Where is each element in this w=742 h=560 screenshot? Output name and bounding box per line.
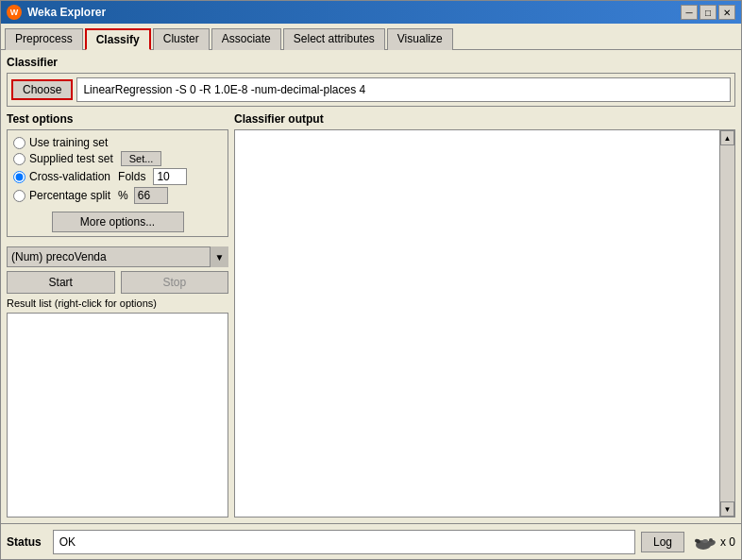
radio-cross-validation-input[interactable] [13, 171, 25, 183]
scrollbar-up-button[interactable]: ▲ [720, 130, 734, 145]
radio-use-training-set: Use training set [13, 136, 222, 149]
folds-label: Folds [118, 170, 145, 183]
radio-cross-validation: Cross-validation Folds [13, 168, 222, 185]
classifier-output-label: Classifier output [234, 112, 735, 126]
radio-supplied-test-set-label: Supplied test set [29, 152, 113, 165]
scrollbar-track: ▲ ▼ [719, 130, 734, 517]
tab-associate[interactable]: Associate [211, 28, 281, 50]
classifier-section: Classifier Choose LinearRegression -S 0 … [7, 56, 735, 107]
target-attribute-select[interactable]: (Num) precoVenda [7, 246, 228, 267]
radio-percentage-split-label: Percentage split [29, 189, 110, 202]
target-attribute-row: (Num) precoVenda ▼ [7, 246, 228, 267]
target-attribute-dropdown-wrapper: (Num) precoVenda ▼ [7, 246, 228, 267]
classifier-output-wrapper: ▲ ▼ [234, 129, 735, 518]
start-stop-row: Start Stop [7, 271, 228, 294]
right-panel: Classifier output ▲ ▼ [234, 112, 735, 518]
tab-cluster[interactable]: Cluster [153, 28, 210, 50]
main-content: Classifier Choose LinearRegression -S 0 … [1, 50, 741, 523]
radio-cross-validation-label: Cross-validation [29, 170, 110, 183]
tab-preprocess[interactable]: Preprocess [5, 28, 83, 50]
window-title: Weka Explorer [27, 6, 106, 19]
start-button[interactable]: Start [7, 271, 115, 294]
bird-area: x 0 [690, 532, 735, 552]
left-panel: Test options Use training set Supplied t… [7, 112, 228, 518]
tabbar: Preprocess Classify Cluster Associate Se… [1, 24, 741, 50]
radio-supplied-test-set: Supplied test set Set... [13, 151, 222, 166]
tab-select-attributes[interactable]: Select attributes [283, 28, 385, 50]
more-options-button[interactable]: More options... [52, 212, 184, 232]
radio-use-training-set-label: Use training set [29, 136, 108, 149]
test-options-box: Use training set Supplied test set Set..… [7, 129, 228, 237]
tab-classify[interactable]: Classify [85, 28, 151, 50]
classifier-output-box[interactable] [235, 130, 734, 517]
classifier-section-title: Classifier [7, 56, 735, 69]
main-window: W Weka Explorer ─ □ ✕ Preprocess Classif… [0, 0, 742, 560]
scrollbar-thumb-area [720, 145, 734, 501]
bird-icon [690, 532, 717, 552]
minimize-button[interactable]: ─ [681, 5, 698, 20]
close-button[interactable]: ✕ [718, 5, 735, 20]
app-icon: W [7, 5, 22, 20]
percent-symbol: % [118, 189, 128, 202]
main-area: Test options Use training set Supplied t… [7, 112, 735, 518]
classifier-box: Choose LinearRegression -S 0 -R 1.0E-8 -… [7, 73, 735, 107]
choose-button[interactable]: Choose [11, 79, 73, 100]
status-label: Status [7, 535, 42, 549]
result-list-box[interactable] [7, 313, 228, 518]
result-list-section: Result list (right-click for options) [7, 297, 228, 518]
set-button[interactable]: Set... [121, 151, 162, 166]
tab-visualize[interactable]: Visualize [387, 28, 453, 50]
folds-input[interactable] [153, 168, 187, 185]
bird-count: x 0 [720, 535, 735, 549]
radio-supplied-test-set-input[interactable] [13, 153, 25, 165]
titlebar-left: W Weka Explorer [7, 5, 106, 20]
classifier-row: Choose LinearRegression -S 0 -R 1.0E-8 -… [11, 77, 731, 102]
status-text: OK [53, 530, 635, 554]
stop-button[interactable]: Stop [121, 271, 229, 294]
scrollbar-down-button[interactable]: ▼ [720, 501, 734, 517]
radio-percentage-split: Percentage split % [13, 187, 222, 204]
result-list-title: Result list (right-click for options) [7, 297, 228, 309]
radio-percentage-split-input[interactable] [13, 190, 25, 202]
test-options-section: Test options Use training set Supplied t… [7, 112, 228, 237]
test-options-title: Test options [7, 112, 228, 126]
percent-input[interactable] [134, 187, 168, 204]
log-button[interactable]: Log [641, 532, 684, 552]
titlebar-buttons: ─ □ ✕ [681, 5, 735, 20]
maximize-button[interactable]: □ [700, 5, 717, 20]
status-bar: Status OK Log x 0 [1, 523, 741, 559]
svg-point-4 [709, 538, 713, 542]
classifier-value: LinearRegression -S 0 -R 1.0E-8 -num-dec… [76, 77, 731, 102]
radio-use-training-set-input[interactable] [13, 137, 25, 149]
titlebar: W Weka Explorer ─ □ ✕ [1, 1, 741, 24]
